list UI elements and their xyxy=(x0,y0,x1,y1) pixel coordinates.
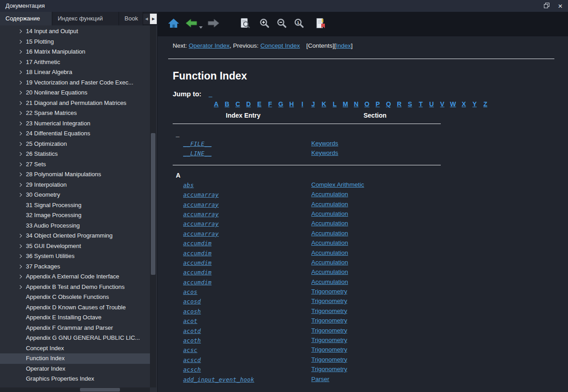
sidebar-item[interactable]: 28 Polynomial Manipulations xyxy=(0,169,150,180)
sidebar-item[interactable]: Appendix C Obsolete Functions xyxy=(0,292,150,303)
title-bar[interactable]: Документация × xyxy=(0,0,568,12)
jump-letter-T[interactable]: T xyxy=(415,100,426,108)
function-link[interactable]: accumarray xyxy=(183,191,219,198)
chevron-right-icon[interactable] xyxy=(18,50,22,54)
home-button[interactable] xyxy=(168,18,179,30)
sidebar-item[interactable]: 26 Statistics xyxy=(0,149,150,159)
function-link[interactable]: acsch xyxy=(183,366,201,373)
restore-button[interactable] xyxy=(540,0,553,12)
section-link[interactable]: Accumulation xyxy=(311,239,348,246)
tab-scroll-right-button[interactable]: ▶ xyxy=(150,14,157,24)
sidebar-item[interactable]: 15 Plotting xyxy=(0,37,150,47)
chevron-right-icon[interactable] xyxy=(18,40,22,43)
back-history-dropdown-icon[interactable] xyxy=(199,26,203,29)
function-link[interactable]: acotd xyxy=(183,327,201,334)
section-link[interactable]: Accumulation xyxy=(311,268,348,275)
section-link[interactable]: Accumulation xyxy=(311,230,348,237)
chevron-right-icon[interactable] xyxy=(18,132,22,135)
sidebar-item[interactable]: 34 Object Oriented Programming xyxy=(0,231,150,241)
section-link[interactable]: Accumulation xyxy=(311,220,348,227)
jump-letter-V[interactable]: V xyxy=(437,100,448,108)
chevron-right-icon[interactable] xyxy=(18,80,22,84)
section-link[interactable]: Accumulation xyxy=(311,191,348,198)
sidebar-item[interactable]: 31 Signal Processing xyxy=(0,200,150,211)
chevron-right-icon[interactable] xyxy=(18,91,22,94)
jump-letter-R[interactable]: R xyxy=(394,100,405,108)
jump-letter-M[interactable]: M xyxy=(340,100,351,108)
function-link[interactable]: acos xyxy=(183,288,197,295)
jump-letter-E[interactable]: E xyxy=(254,100,265,108)
chevron-right-icon[interactable] xyxy=(18,60,22,64)
jump-letter-H[interactable]: H xyxy=(286,100,297,108)
section-link[interactable]: Accumulation xyxy=(311,278,348,285)
section-link[interactable]: Accumulation xyxy=(311,201,348,208)
sidebar-item[interactable]: Appendix D Known Causes of Trouble xyxy=(0,303,150,313)
jump-letter-Y[interactable]: Y xyxy=(469,100,480,108)
function-link[interactable]: acosh xyxy=(183,308,201,315)
jump-letter-L[interactable]: L xyxy=(329,100,340,108)
jump-letter-J[interactable]: J xyxy=(308,100,319,108)
jump-letter-Q[interactable]: Q xyxy=(383,100,394,108)
function-link[interactable]: __LINE__ xyxy=(183,150,212,157)
sidebar-item[interactable]: Appendix G GNU GENERAL PUBLIC LIC... xyxy=(0,333,150,343)
section-link[interactable]: Trigonometry xyxy=(311,288,347,295)
tab-scroll-left-button[interactable]: ◀ xyxy=(143,14,150,24)
section-link[interactable]: Trigonometry xyxy=(311,337,347,343)
forward-button[interactable] xyxy=(207,18,220,30)
function-link[interactable]: accumdim xyxy=(183,279,212,286)
function-link[interactable]: accumarray xyxy=(183,220,219,227)
section-link[interactable]: Accumulation xyxy=(311,259,348,266)
function-link[interactable]: abs xyxy=(183,182,194,189)
nav-prev-link[interactable]: Concept Index xyxy=(260,42,300,49)
sidebar-item[interactable]: Function Index xyxy=(0,353,150,364)
sidebar-item[interactable]: 18 Linear Algebra xyxy=(0,67,150,78)
sidebar-item[interactable]: Graphics Properties Index xyxy=(0,374,150,384)
sidebar-item[interactable]: Appendix F Grammar and Parser xyxy=(0,323,150,333)
chevron-right-icon[interactable] xyxy=(18,30,22,33)
function-link[interactable]: __FILE__ xyxy=(183,140,212,147)
jump-letter-B[interactable]: B xyxy=(222,100,233,108)
nav-index-link[interactable]: Index xyxy=(336,42,351,49)
sidebar-item[interactable]: 24 Differential Equations xyxy=(0,129,150,139)
sidebar-vertical-scrollbar-thumb[interactable] xyxy=(151,133,155,275)
jump-letter-X[interactable]: X xyxy=(458,100,469,108)
section-link[interactable]: Complex Arithmetic xyxy=(311,181,364,188)
jump-letter-I[interactable]: I xyxy=(297,100,308,108)
sidebar-item[interactable]: 19 Vectorization and Faster Code Exec... xyxy=(0,78,150,88)
function-link[interactable]: add_input_event_hook xyxy=(183,376,254,383)
sidebar-item[interactable]: 30 Geometry xyxy=(0,190,150,200)
section-link[interactable]: Parser xyxy=(311,376,329,382)
sidebar-item[interactable]: Operator Index xyxy=(0,364,150,374)
tab-3[interactable]: Book xyxy=(119,12,143,25)
sidebar-item[interactable]: 25 Optimization xyxy=(0,139,150,149)
jump-letter-N[interactable]: N xyxy=(351,100,362,108)
sidebar-item[interactable]: 35 GUI Development xyxy=(0,241,150,252)
jump-letter-D[interactable]: D xyxy=(243,100,254,108)
function-link[interactable]: acoth xyxy=(183,337,201,344)
section-link[interactable]: Accumulation xyxy=(311,249,348,256)
sidebar-item[interactable]: Appendix B Test and Demo Functions xyxy=(0,282,150,293)
sidebar-item[interactable]: 23 Numerical Integration xyxy=(0,119,150,129)
close-button[interactable]: × xyxy=(553,0,567,12)
chevron-right-icon[interactable] xyxy=(18,101,22,104)
function-link[interactable]: accumdim xyxy=(183,240,212,247)
jump-letter-O[interactable]: O xyxy=(362,100,373,108)
tab-1[interactable]: Содержание xyxy=(0,12,52,25)
chevron-right-icon[interactable] xyxy=(18,254,22,258)
function-link[interactable]: accumdim xyxy=(183,269,212,276)
jump-letter-G[interactable]: G xyxy=(275,100,286,108)
chevron-right-icon[interactable] xyxy=(18,70,22,74)
sidebar-item[interactable]: 16 Matrix Manipulation xyxy=(0,47,150,57)
function-link[interactable]: accumdim xyxy=(183,250,212,257)
section-link[interactable]: Trigonometry xyxy=(311,308,347,314)
function-link[interactable]: acsc xyxy=(183,347,197,353)
sidebar-item[interactable]: 36 System Utilities xyxy=(0,251,150,262)
sidebar-item[interactable]: 32 Image Processing xyxy=(0,210,150,221)
function-link[interactable]: accumdim xyxy=(183,259,212,266)
section-link[interactable]: Trigonometry xyxy=(311,298,347,304)
jump-letter-P[interactable]: P xyxy=(372,100,383,108)
sidebar-item[interactable]: 27 Sets xyxy=(0,159,150,170)
jump-letter-A[interactable]: A xyxy=(211,100,222,108)
section-link[interactable]: Keywords xyxy=(311,149,338,156)
sidebar-horizontal-scrollbar-thumb[interactable] xyxy=(80,388,120,392)
